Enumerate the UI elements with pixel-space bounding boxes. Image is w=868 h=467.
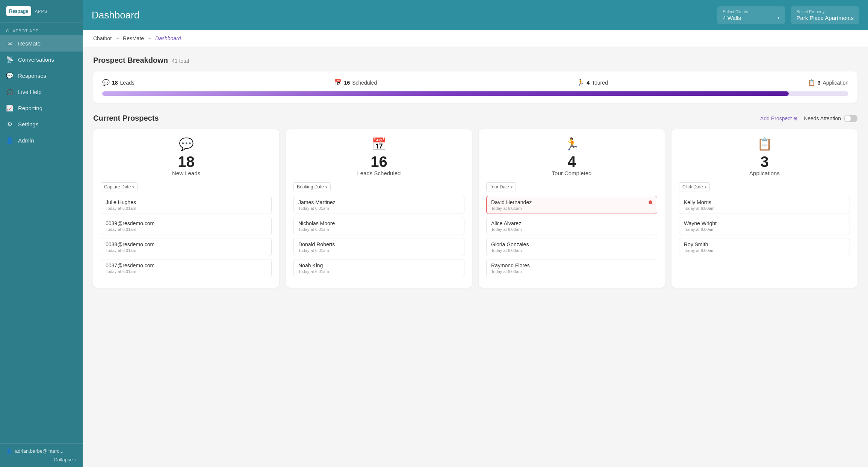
sidebar-item-livehelp[interactable]: 🎧 Live Help bbox=[0, 84, 83, 100]
prospect-item-row-1-1: Nicholas Moore bbox=[298, 220, 460, 226]
prospect-item-2-0[interactable]: David HernandezToday at 6:01am bbox=[486, 196, 657, 214]
breakdown-card: 💬 18 Leads 📅 16 Scheduled 🏃 4 Toured bbox=[93, 71, 857, 103]
prospect-time-1-3: Today at 6:01am bbox=[298, 269, 460, 274]
prospect-time-0-2: Today at 6:01am bbox=[106, 248, 267, 253]
prospect-item-1-2[interactable]: Donald RobertsToday at 6:01am bbox=[293, 238, 464, 256]
sidebar-item-responses[interactable]: 💬 Responses bbox=[0, 68, 83, 84]
apps-label: APPS bbox=[35, 9, 47, 14]
select-clients-dropdown[interactable]: Select Clients 4 Walls ▾ bbox=[717, 6, 785, 24]
toured-count: 4 bbox=[587, 80, 590, 86]
sidebar-item-label: Live Help bbox=[18, 89, 42, 95]
prospect-item-row-1-0: James Martinez bbox=[298, 199, 460, 205]
prospect-name-0-2: 0038@resdemo.com bbox=[106, 241, 154, 247]
sidebar-item-reporting[interactable]: 📈 Reporting bbox=[0, 100, 83, 116]
filter-chevron-1: ▾ bbox=[325, 185, 327, 189]
prospect-item-row-0-1: 0039@resdemo.com bbox=[106, 220, 267, 226]
col-filter-1[interactable]: Booking Date ▾ bbox=[293, 182, 331, 191]
col-icon-3: 📋 bbox=[679, 137, 850, 151]
sidebar: Respage APPS CHATBOT APP ✉ ResMate 📡 Con… bbox=[0, 0, 83, 467]
logo: Respage bbox=[6, 6, 31, 16]
breadcrumb-arrow-1: → bbox=[115, 35, 120, 41]
sidebar-item-resmate[interactable]: ✉ ResMate bbox=[0, 35, 83, 52]
chevron-down-icon: ▾ bbox=[777, 15, 780, 20]
col-filter-0[interactable]: Capture Date ▾ bbox=[101, 182, 138, 191]
prospect-time-3-1: Today at 6:00am bbox=[684, 227, 845, 232]
topbar: Dashboard Select Clients 4 Walls ▾ Selec… bbox=[83, 0, 868, 30]
sidebar-item-label: Admin bbox=[18, 137, 34, 144]
breadcrumb-resmate[interactable]: ResMate bbox=[123, 35, 144, 41]
progress-bar-fill bbox=[102, 91, 789, 96]
needs-attention-toggle[interactable]: Needs Attention bbox=[804, 115, 857, 122]
breadcrumb-arrow-2: → bbox=[147, 35, 152, 41]
breakdown-stats: 💬 18 Leads 📅 16 Scheduled 🏃 4 Toured bbox=[102, 79, 848, 86]
col-label-2: Tour Completed bbox=[486, 170, 657, 176]
select-property-value: Park Place Apartments bbox=[796, 15, 854, 21]
prospect-item-row-2-3: Raymond Flores bbox=[491, 262, 652, 268]
prospect-item-2-2[interactable]: Gloria GonzalesToday at 6:00am bbox=[486, 238, 657, 256]
leads-stat-icon: 💬 bbox=[102, 79, 110, 86]
user-email: adrian.barbe@interc... bbox=[15, 448, 64, 454]
content-inner: Prospect Breakdown 41 total 💬 18 Leads 📅… bbox=[83, 47, 868, 297]
sidebar-bottom: 👤 adrian.barbe@interc... Collapse ‹ bbox=[0, 443, 83, 467]
add-prospect-label: Add Prospect bbox=[760, 115, 792, 121]
prospect-item-row-1-3: Noah King bbox=[298, 262, 460, 268]
prospect-column-1: 📅16Leads ScheduledBooking Date ▾James Ma… bbox=[286, 129, 472, 288]
application-count: 3 bbox=[818, 80, 821, 86]
col-count-1: 16 bbox=[293, 153, 464, 170]
user-row[interactable]: 👤 adrian.barbe@interc... bbox=[6, 448, 77, 454]
sidebar-item-label: ResMate bbox=[18, 40, 41, 47]
chevron-left-icon: ‹ bbox=[75, 457, 77, 462]
filter-label-1: Booking Date bbox=[297, 184, 324, 190]
select-property-dropdown[interactable]: Select Property Park Place Apartments bbox=[791, 6, 859, 24]
prospect-item-1-3[interactable]: Noah KingToday at 6:01am bbox=[293, 259, 464, 277]
prospect-name-0-1: 0039@resdemo.com bbox=[106, 220, 154, 226]
prospect-item-1-1[interactable]: Nicholas MooreToday at 6:01am bbox=[293, 217, 464, 235]
prospect-name-3-1: Wayne Wright bbox=[684, 220, 717, 226]
prospect-time-0-1: Today at 6:01am bbox=[106, 227, 267, 232]
stat-scheduled: 📅 16 Scheduled bbox=[334, 79, 377, 86]
sidebar-item-label: Conversations bbox=[18, 56, 54, 63]
mail-icon: ✉ bbox=[6, 40, 14, 47]
breakdown-total: 41 total bbox=[172, 58, 189, 64]
breadcrumb-chatbot[interactable]: Chatbot bbox=[93, 35, 112, 41]
prospect-item-3-1[interactable]: Wayne WrightToday at 6:00am bbox=[679, 217, 850, 235]
prospect-item-0-3[interactable]: 0037@resdemo.comToday at 6:01am bbox=[101, 259, 272, 277]
select-property-label: Select Property bbox=[796, 9, 854, 14]
filter-label-0: Capture Date bbox=[104, 184, 131, 190]
responses-icon: 💬 bbox=[6, 72, 14, 79]
sidebar-item-settings[interactable]: ⚙ Settings bbox=[0, 116, 83, 132]
prospect-item-row-0-3: 0037@resdemo.com bbox=[106, 262, 267, 268]
filter-label-2: Tour Date bbox=[490, 184, 509, 190]
prospects-title: Current Prospects bbox=[93, 114, 159, 123]
prospect-item-0-1[interactable]: 0039@resdemo.comToday at 6:01am bbox=[101, 217, 272, 235]
needs-attention-switch[interactable] bbox=[844, 115, 857, 122]
admin-icon: 👤 bbox=[6, 137, 14, 144]
col-icon-0: 💬 bbox=[101, 137, 272, 151]
prospect-name-1-1: Nicholas Moore bbox=[298, 220, 335, 226]
prospect-item-0-2[interactable]: 0038@resdemo.comToday at 6:01am bbox=[101, 238, 272, 256]
prospect-item-3-0[interactable]: Kelly MorrisToday at 6:00am bbox=[679, 196, 850, 214]
prospect-item-2-1[interactable]: Alice AlvarezToday at 6:00am bbox=[486, 217, 657, 235]
add-prospect-button[interactable]: Add Prospect ⊕ bbox=[760, 115, 798, 121]
prospect-item-row-3-0: Kelly Morris bbox=[684, 199, 845, 205]
sidebar-item-conversations[interactable]: 📡 Conversations bbox=[0, 52, 83, 68]
prospect-item-2-3[interactable]: Raymond FloresToday at 6:00am bbox=[486, 259, 657, 277]
sidebar-item-admin[interactable]: 👤 Admin bbox=[0, 132, 83, 149]
prospects-actions: Add Prospect ⊕ Needs Attention bbox=[760, 115, 857, 122]
collapse-button[interactable]: Collapse ‹ bbox=[6, 457, 77, 462]
scheduled-label: Scheduled bbox=[352, 80, 377, 86]
col-icon-1: 📅 bbox=[293, 137, 464, 151]
conversations-icon: 📡 bbox=[6, 56, 14, 63]
scheduled-count: 16 bbox=[344, 80, 350, 86]
prospect-item-3-2[interactable]: Roy SmithToday at 6:00am bbox=[679, 238, 850, 256]
prospect-time-1-0: Today at 6:01am bbox=[298, 206, 460, 211]
prospect-item-row-0-0: Julie Hughes bbox=[106, 199, 267, 205]
prospect-item-1-0[interactable]: James MartinezToday at 6:01am bbox=[293, 196, 464, 214]
col-filter-3[interactable]: Click Date ▾ bbox=[679, 182, 710, 191]
prospect-item-0-0[interactable]: Julie HughesToday at 6:01am bbox=[101, 196, 272, 214]
needs-attention-label: Needs Attention bbox=[804, 115, 841, 121]
prospect-time-3-2: Today at 6:00am bbox=[684, 248, 845, 253]
prospect-time-2-3: Today at 6:00am bbox=[491, 269, 652, 274]
prospect-item-row-2-0: David Hernandez bbox=[491, 199, 652, 205]
col-filter-2[interactable]: Tour Date ▾ bbox=[486, 182, 516, 191]
